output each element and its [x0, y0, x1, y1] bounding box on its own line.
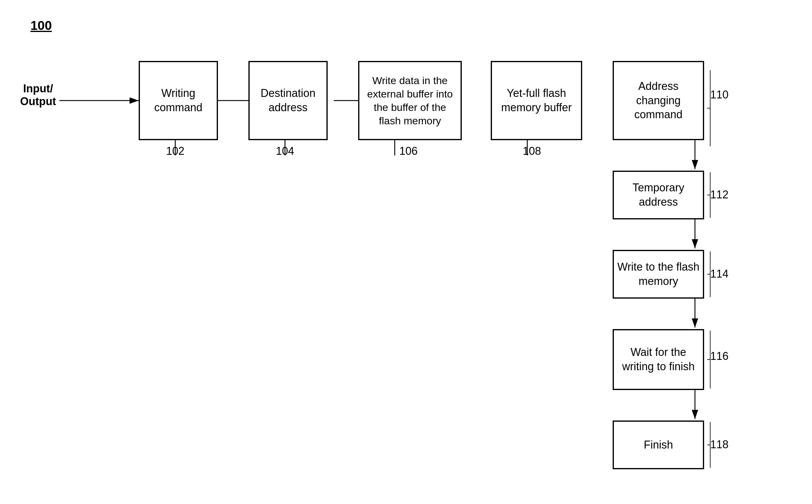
ref-112: 112 [710, 188, 728, 201]
box-address-changing-command: Address changing command [613, 61, 704, 140]
ref-118: 118 [710, 438, 728, 451]
label-102: 102 [166, 145, 184, 158]
bracket-110 [707, 70, 713, 146]
ref-116: 116 [710, 350, 728, 363]
ref-110: 110 [710, 88, 728, 101]
diagram: 100 Input/Output [0, 0, 812, 504]
box-temporary-address: Temporary address [613, 171, 704, 219]
label-104: 104 [276, 145, 294, 158]
label-108: 108 [523, 145, 541, 158]
box-writing-command: Writingcommand [139, 61, 218, 140]
box-yet-full-flash: Yet-full flash memory buffer [491, 61, 582, 140]
ref-114: 114 [710, 268, 728, 280]
box-write-data-external-buffer: Write data in the external buffer into t… [358, 61, 462, 140]
box-wait-writing-finish: Wait for the writing to finish [613, 329, 704, 390]
box-write-flash-memory: Write to the flash memory [613, 250, 704, 299]
box-destination-address: Destinationaddress [248, 61, 328, 140]
diagram-title: 100 [30, 18, 52, 33]
label-106: 106 [399, 145, 418, 158]
io-label: Input/Output [18, 82, 58, 108]
box-finish: Finish [613, 421, 704, 469]
